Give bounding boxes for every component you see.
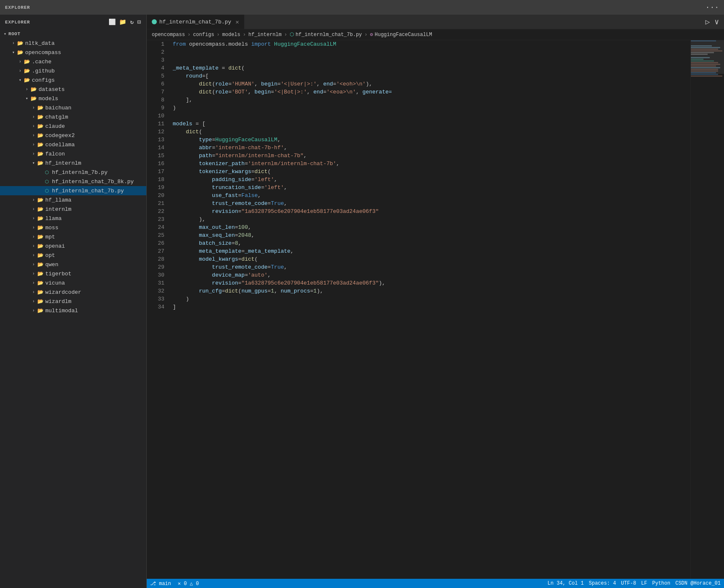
sidebar-item-datasets[interactable]: › 📂 datasets <box>0 85 146 94</box>
sidebar-item-mpt[interactable]: › 📂 mpt <box>0 232 146 241</box>
sidebar-item-configs[interactable]: ▾ 📂 configs <box>0 75 146 85</box>
sidebar-item-hf_internlm_chat_7b_8k[interactable]: › ⬡ hf_internlm_chat_7b_8k.py <box>0 177 146 186</box>
sidebar-item-moss[interactable]: › 📂 moss <box>0 223 146 232</box>
language-info[interactable]: Python <box>652 580 670 586</box>
sidebar-item-hf_internlm[interactable]: ▾ 📂 hf_internlm <box>0 158 146 168</box>
multimodal-label: multimodal <box>45 308 78 314</box>
code-line-23: ), <box>173 215 690 223</box>
sep2: › <box>217 32 220 38</box>
sidebar-item-wizardcoder[interactable]: › 📂 wizardcoder <box>0 288 146 297</box>
llama-arrow: › <box>30 216 37 221</box>
code-line-16: tokenizer_path='internlm/internlm-chat-7… <box>173 160 690 168</box>
sidebar-item-nltk_data[interactable]: › 📂 nltk_data <box>0 39 146 48</box>
folder-icon-falcon: 📂 <box>37 150 44 157</box>
sidebar-item-codegeex2[interactable]: › 📂 codegeex2 <box>0 131 146 140</box>
sidebar-item-chatglm[interactable]: › 📂 chatglm <box>0 112 146 122</box>
sidebar-item-claude[interactable]: › 📂 claude <box>0 122 146 131</box>
py-file-icon-chat7b: ⬡ <box>44 187 50 194</box>
sidebar-item-opt[interactable]: › 📂 opt <box>0 251 146 260</box>
sidebar-item-hf_internlm_7b[interactable]: › ⬡ hf_internlm_7b.py <box>0 168 146 177</box>
hf_llama-label: hf_llama <box>45 197 71 203</box>
errors-count[interactable]: ✕ 0 △ 0 <box>178 580 199 587</box>
tab-close-button[interactable]: ✕ <box>236 18 239 26</box>
breadcrumb-filename[interactable]: hf_internlm_chat_7b.py <box>296 32 362 38</box>
internlm-arrow: › <box>30 207 37 212</box>
app-title: EXPLORER <box>5 5 30 10</box>
main-layout: EXPLORER ⬜ 📁 ↻ ⊟ ▾ ROOT › 📂 nltk_data <box>0 15 724 588</box>
folder-icon-moss: 📂 <box>37 224 44 231</box>
tab-hf_internlm_chat_7b[interactable]: hf_internlm_chat_7b.py ✕ <box>147 15 244 29</box>
folder-icon-hf_llama: 📂 <box>37 197 44 203</box>
cache-arrow: › <box>17 60 23 64</box>
sidebar-item-codellama[interactable]: › 📂 codellama <box>0 140 146 149</box>
svg-rect-12 <box>691 65 716 67</box>
breadcrumb-opencompass[interactable]: opencompass <box>152 32 185 38</box>
encoding-info[interactable]: UTF-8 <box>621 580 636 586</box>
sidebar-item-llama[interactable]: › 📂 llama <box>0 214 146 223</box>
folder-icon-wizardcoder: 📂 <box>37 289 44 295</box>
chatglm-label: chatglm <box>45 114 68 120</box>
llama-label: llama <box>45 215 62 222</box>
sidebar-item-openai[interactable]: › 📂 openai <box>0 241 146 251</box>
code-line-34: ] <box>173 303 690 311</box>
sidebar-item-qwen[interactable]: › 📂 qwen <box>0 260 146 269</box>
baichuan-arrow: › <box>30 106 37 110</box>
root-arrow: ▾ <box>2 31 8 36</box>
sidebar-item-wizardlm[interactable]: › 📂 wizardlm <box>0 297 146 306</box>
breadcrumb-models[interactable]: models <box>222 32 240 38</box>
sidebar-item-models[interactable]: ▾ 📂 models <box>0 94 146 103</box>
folder-icon-baichuan: 📂 <box>37 104 44 111</box>
spaces-info[interactable]: Spaces: 4 <box>589 580 616 586</box>
code-line-13: type=HuggingFaceCausalLM, <box>173 136 690 144</box>
code-line-3 <box>173 56 690 64</box>
sidebar-item-internlm[interactable]: › 📂 internlm <box>0 205 146 214</box>
breadcrumb-symbol[interactable]: HuggingFaceCausalLM <box>375 32 432 38</box>
collapse-icon[interactable]: ⊟ <box>138 18 141 26</box>
sidebar-item-multimodal[interactable]: › 📂 multimodal <box>0 306 146 315</box>
refresh-icon[interactable]: ↻ <box>130 18 134 26</box>
svg-rect-7 <box>691 57 710 58</box>
sidebar-item-opencompass[interactable]: ▾ 📂 opencompass <box>0 48 146 57</box>
run-button[interactable]: ▷ ∨ <box>706 17 719 26</box>
code-line-27: meta_template=_meta_template, <box>173 247 690 255</box>
folder-icon-mpt: 📂 <box>37 233 44 240</box>
sidebar-item-hf_llama[interactable]: › 📂 hf_llama <box>0 195 146 205</box>
branch-info[interactable]: ⎇ main <box>150 580 171 587</box>
code-line-31: revision="1a6328795c6e207904e1eb58177e03… <box>173 279 690 287</box>
code-line-15: path="internlm/internlm-chat-7b", <box>173 152 690 160</box>
models-label: models <box>39 96 58 102</box>
svg-rect-17 <box>691 74 718 75</box>
sidebar-item-tigerbot[interactable]: › 📂 tigerbot <box>0 269 146 278</box>
opencompass-label: opencompass <box>25 49 61 56</box>
more-icon[interactable]: ··· <box>706 3 719 12</box>
breadcrumb-configs[interactable]: configs <box>193 32 214 38</box>
sidebar-item-hf_internlm_chat_7b[interactable]: › ⬡ hf_internlm_chat_7b.py <box>0 186 146 195</box>
line-col[interactable]: Ln 34, Col 1 <box>548 580 584 586</box>
code-line-20: use_fast=False, <box>173 192 690 199</box>
folder-icon-chatglm: 📂 <box>37 114 44 120</box>
wizardlm-arrow: › <box>30 299 37 304</box>
sidebar-title: EXPLORER <box>5 20 30 25</box>
datasets-label: datasets <box>39 86 65 93</box>
sidebar-item-baichuan[interactable]: › 📂 baichuan <box>0 103 146 112</box>
claude-label: claude <box>45 123 65 130</box>
new-file-icon[interactable]: ⬜ <box>109 18 116 26</box>
folder-icon-internlm: 📂 <box>37 206 44 212</box>
hf7b-label: hf_internlm_7b.py <box>52 169 108 176</box>
code-line-1: from opencompass.models import HuggingFa… <box>173 40 690 48</box>
hf_internlm-arrow: ▾ <box>30 161 37 166</box>
models-arrow: ▾ <box>23 96 30 101</box>
sidebar-item-github[interactable]: › 📂 .github <box>0 66 146 75</box>
github-label: .github <box>32 68 55 74</box>
sidebar-item-cache[interactable]: › 📂 .cache <box>0 57 146 66</box>
moss-label: moss <box>45 225 58 231</box>
sep4: › <box>284 32 287 38</box>
breadcrumb-hf_internlm[interactable]: hf_internlm <box>248 32 281 38</box>
sidebar-item-falcon[interactable]: › 📂 falcon <box>0 149 146 158</box>
sidebar-item-vicuna[interactable]: › 📂 vicuna <box>0 278 146 288</box>
svg-rect-15 <box>691 70 718 72</box>
tree-root[interactable]: ▾ ROOT <box>0 29 146 39</box>
code-area[interactable]: from opencompass.models import HuggingFa… <box>168 40 690 579</box>
eol-info[interactable]: LF <box>641 580 647 586</box>
new-folder-icon[interactable]: 📁 <box>119 18 127 26</box>
